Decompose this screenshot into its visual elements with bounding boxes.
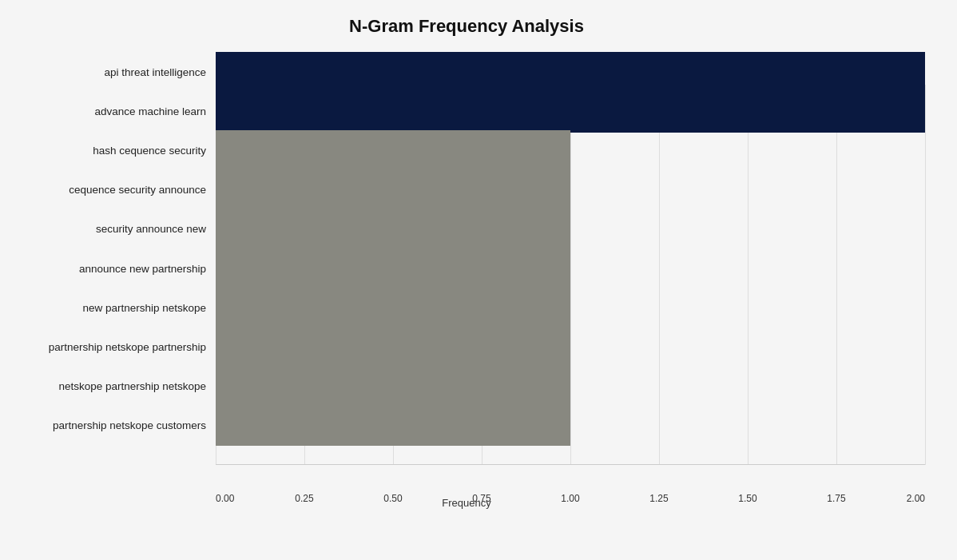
bar-fill xyxy=(216,209,570,250)
bar-label: partnership netskope customers xyxy=(8,419,216,431)
bar-row: cequence security announce xyxy=(8,170,925,209)
bar-track xyxy=(216,52,925,93)
bar-fill xyxy=(216,404,570,446)
bar-track xyxy=(216,91,925,133)
bar-fill xyxy=(216,52,925,93)
bar-track xyxy=(216,326,925,367)
bar-fill xyxy=(216,365,570,407)
bar-label: security announce new xyxy=(8,223,216,235)
bar-row: advance machine learn xyxy=(8,92,925,131)
bar-track xyxy=(216,365,925,407)
bar-row: security announce new xyxy=(8,209,925,248)
bar-track xyxy=(216,209,925,250)
bar-row: partnership netskope customers xyxy=(8,406,925,445)
bar-label: cequence security announce xyxy=(8,184,216,196)
bar-row: hash cequence security xyxy=(8,131,925,170)
bar-track xyxy=(216,130,925,172)
x-axis xyxy=(216,464,925,465)
bar-fill xyxy=(216,326,570,367)
bar-label: netskope partnership netskope xyxy=(8,380,216,392)
bar-row: new partnership netskope xyxy=(8,288,925,328)
bar-fill xyxy=(216,287,570,328)
bar-track xyxy=(216,404,925,446)
bar-row: partnership netskope partnership xyxy=(8,328,925,367)
bar-label: advance machine learn xyxy=(8,105,216,117)
bar-label: hash cequence security xyxy=(8,145,216,157)
bar-label: new partnership netskope xyxy=(8,302,216,314)
bar-fill xyxy=(216,248,570,289)
chart-title: N-Gram Frequency Analysis xyxy=(8,16,925,37)
bar-row: announce new partnership xyxy=(8,248,925,288)
bar-label: api threat intelligence xyxy=(8,66,216,78)
bar-label: announce new partnership xyxy=(8,263,216,275)
bar-row: api threat intelligence xyxy=(8,53,925,92)
bar-fill xyxy=(216,130,570,172)
bar-track xyxy=(216,169,925,211)
bar-row: netskope partnership netskope xyxy=(8,367,925,406)
chart-area: api threat intelligenceadvance machine l… xyxy=(8,53,925,445)
bar-fill xyxy=(216,169,570,211)
bar-fill xyxy=(216,91,925,133)
tick-line xyxy=(925,85,926,465)
bar-track xyxy=(216,287,925,328)
x-axis-title: Frequency xyxy=(8,497,925,509)
bar-track xyxy=(216,248,925,289)
chart-container: N-Gram Frequency Analysis api threat int… xyxy=(0,0,957,560)
bar-label: partnership netskope partnership xyxy=(8,341,216,353)
